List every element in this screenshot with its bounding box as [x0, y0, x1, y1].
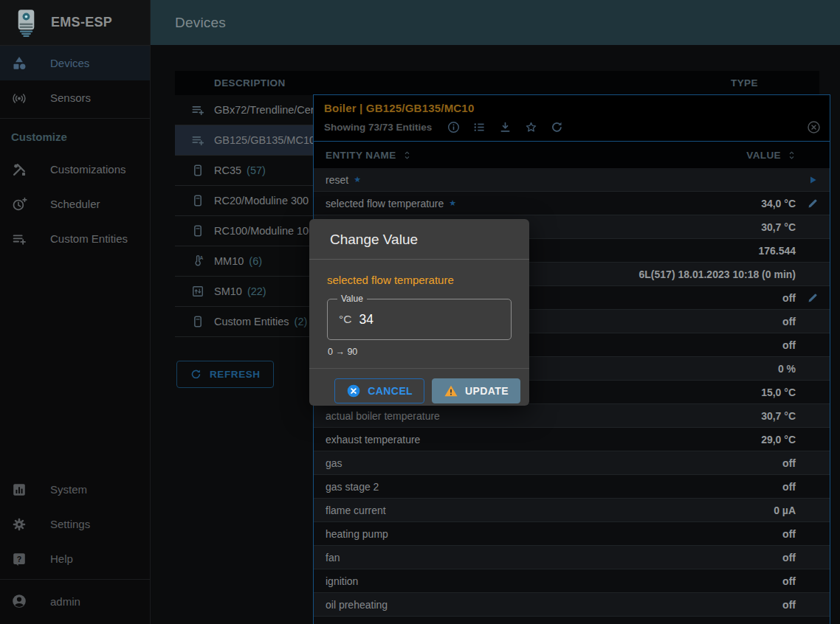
- app-title: EMS-ESP: [51, 15, 112, 30]
- entity-row: heating pumpoff: [314, 522, 830, 546]
- entity-row: gas stage 2off: [314, 475, 830, 499]
- device-entity-count: (2): [295, 316, 308, 327]
- sidebar-item-custom-entities[interactable]: Custom Entities: [0, 221, 150, 256]
- entity-name: exhaust temperature: [326, 434, 420, 446]
- entity-panel-header: Boiler | GB125/GB135/MC10 Showing 73/73 …: [314, 95, 830, 142]
- entity-value: off: [782, 457, 796, 469]
- entity-value: 15,0 °C: [761, 386, 796, 398]
- close-icon[interactable]: [806, 119, 822, 135]
- value-range-helper: 0 → 90: [328, 347, 512, 357]
- entity-row[interactable]: selected flow temperature★34,0 °C: [314, 192, 830, 215]
- device-label: RC35: [214, 164, 241, 176]
- entity-value: 0 µA: [774, 505, 796, 516]
- svg-text:?: ?: [17, 554, 21, 563]
- favorite-star-icon[interactable]: ★: [449, 198, 456, 208]
- playlist-add-icon: [11, 231, 27, 247]
- account-icon: [11, 593, 27, 609]
- sidebar-item-devices[interactable]: Devices: [0, 46, 150, 80]
- sidebar-item-help[interactable]: ? Help: [0, 541, 150, 576]
- warning-icon: [444, 384, 458, 398]
- thermostat-icon: [190, 163, 205, 178]
- device-label: SM10: [214, 285, 242, 297]
- sidebar-item-settings[interactable]: Settings: [0, 507, 150, 541]
- sort-icon[interactable]: [402, 150, 413, 161]
- tools-icon: [11, 162, 27, 178]
- device-label: RC20/Moduline 300: [214, 195, 309, 207]
- entity-value: off: [782, 528, 796, 540]
- device-entity-count: (57): [247, 164, 266, 176]
- column-value[interactable]: VALUE: [746, 150, 781, 161]
- info-icon[interactable]: [447, 120, 461, 134]
- entity-name: gas stage 2: [326, 481, 379, 493]
- sidebar-item-customizations[interactable]: Customizations: [0, 152, 150, 187]
- cancel-button[interactable]: CANCEL: [334, 378, 424, 403]
- value-input[interactable]: Value °C 34: [327, 299, 512, 340]
- entity-value: 29,0 °C: [761, 434, 796, 446]
- entity-value: off: [782, 599, 796, 611]
- star-icon[interactable]: [524, 120, 538, 134]
- sensors-icon: [11, 90, 27, 106]
- cancel-label: CANCEL: [368, 385, 413, 397]
- entity-row: heating activated: [314, 617, 830, 624]
- column-entity-name[interactable]: ENTITY NAME: [326, 150, 396, 161]
- entity-name: heating pump: [326, 528, 388, 540]
- schedule-icon: [11, 196, 27, 212]
- customize-section-label: Customize: [11, 131, 150, 143]
- entity-value: off: [782, 575, 796, 587]
- sidebar-item-sensors[interactable]: Sensors: [0, 80, 150, 115]
- value-field-label: Value: [337, 294, 367, 304]
- device-table-header: DESCRIPTION TYPE: [175, 71, 819, 95]
- sidebar-item-admin[interactable]: admin: [0, 583, 150, 620]
- entity-value: off: [782, 552, 796, 564]
- sidebar: EMS-ESP Devices Sensors Customize Custom…: [0, 0, 151, 624]
- dialog-actions: CANCEL UPDATE: [309, 368, 529, 413]
- entity-name-label: selected flow temperature: [327, 274, 512, 286]
- device-label: Custom Entities: [214, 316, 289, 327]
- device-entity-count: (6): [249, 255, 262, 267]
- solar-icon: [190, 284, 205, 299]
- thermostat-icon: [190, 193, 205, 208]
- column-description: DESCRIPTION: [214, 77, 286, 89]
- thermostat-icon: [190, 223, 205, 238]
- favorite-star-icon[interactable]: ★: [354, 175, 361, 184]
- edit-icon[interactable]: [807, 292, 819, 304]
- showing-entities-label: Showing 73/73 Entities: [324, 122, 432, 133]
- entity-row: exhaust temperature29,0 °C: [314, 428, 830, 451]
- sidebar-item-scheduler[interactable]: Scheduler: [0, 187, 150, 221]
- entity-row[interactable]: reset★: [314, 168, 830, 192]
- entity-row: fanoff: [314, 546, 830, 569]
- list-icon[interactable]: [472, 120, 486, 134]
- refresh-button[interactable]: REFRESH: [176, 361, 274, 388]
- device-entity-count: (22): [247, 285, 266, 297]
- entity-value: 30,7 °C: [761, 410, 796, 422]
- thermostat-icon: [190, 314, 205, 329]
- refresh-icon: [190, 368, 202, 381]
- help-icon: ?: [11, 551, 27, 567]
- update-label: UPDATE: [465, 385, 509, 397]
- sidebar-item-label: Sensors: [50, 91, 91, 104]
- entity-row: gasoff: [314, 451, 830, 475]
- page-title: Devices: [175, 15, 226, 31]
- change-value-dialog: Change Value selected flow temperature V…: [309, 219, 529, 406]
- sidebar-item-system[interactable]: System: [0, 472, 150, 507]
- entity-name: oil preheating: [326, 599, 388, 611]
- sidebar-item-label: Devices: [50, 57, 89, 69]
- refresh-icon[interactable]: [550, 120, 564, 134]
- download-icon[interactable]: [498, 120, 512, 134]
- refresh-label: REFRESH: [210, 369, 261, 380]
- entity-value: 176.544: [758, 245, 796, 257]
- divider: [0, 118, 150, 119]
- edit-icon[interactable]: [807, 198, 819, 209]
- run-command-icon[interactable]: [807, 174, 819, 186]
- sidebar-item-label: Scheduler: [50, 198, 100, 210]
- entity-value: 34,0 °C: [761, 198, 796, 209]
- entity-value: 0 %: [778, 363, 796, 375]
- playlist-add-icon: [190, 133, 205, 148]
- entity-name: ignition: [326, 575, 358, 587]
- mixer-icon: A: [190, 254, 205, 268]
- sidebar-item-label: Settings: [50, 518, 90, 530]
- dialog-title: Change Value: [309, 219, 529, 260]
- update-button[interactable]: UPDATE: [432, 378, 520, 403]
- sidebar-bottom-nav: System Settings ? Help admin: [0, 472, 150, 624]
- sort-icon[interactable]: [786, 150, 797, 161]
